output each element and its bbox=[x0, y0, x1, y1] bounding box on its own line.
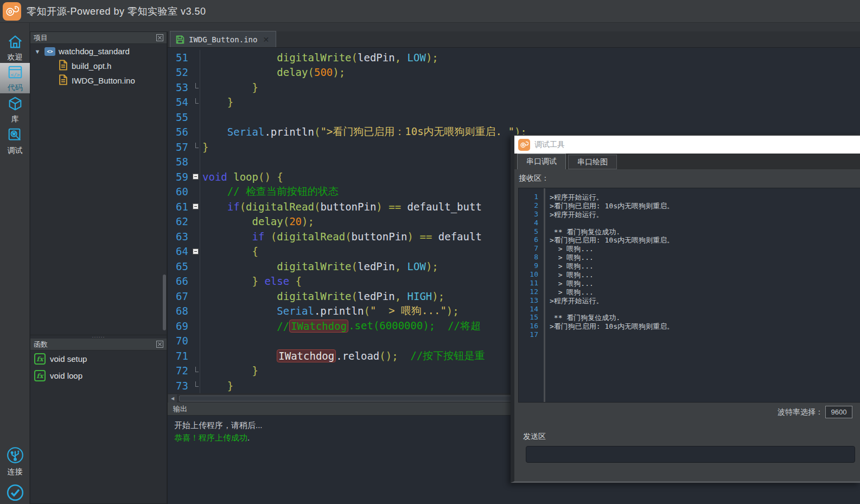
receive-line bbox=[550, 330, 860, 339]
line-number: 61 bbox=[168, 201, 192, 213]
fold-gutter bbox=[192, 65, 200, 80]
fold-gutter bbox=[192, 229, 200, 244]
sidebar-item-label: 欢迎 bbox=[8, 53, 23, 62]
sidebar-item-debug[interactable]: 调试 bbox=[0, 126, 30, 156]
editor-tab-label: IWDG_Button.ino bbox=[189, 35, 257, 44]
file-icon bbox=[59, 74, 68, 87]
fold-gutter bbox=[192, 110, 200, 125]
fold-gutter bbox=[192, 95, 200, 110]
functions-panel: ······ 函数 fx void setupfx void loop bbox=[30, 335, 167, 504]
editor-tab-iwdg-button[interactable]: IWDG_Button.ino ✕ bbox=[170, 31, 276, 47]
close-icon[interactable] bbox=[156, 34, 163, 41]
fold-gutter bbox=[192, 214, 200, 229]
sidebar-item-label: 代码 bbox=[8, 83, 23, 93]
line-number: 59 bbox=[168, 171, 192, 183]
baud-rate-select[interactable]: 9600 bbox=[825, 406, 852, 418]
debug-window-title-bar[interactable]: 调试工具 bbox=[514, 136, 860, 154]
chevron-down-icon[interactable]: ▼ bbox=[34, 48, 41, 55]
debug-tab-serial-debug[interactable]: 串口调试 bbox=[517, 154, 566, 169]
project-tree: ▼ <> watchdog_standard build_opt.h IWDG_… bbox=[30, 44, 167, 88]
debug-logo-icon bbox=[518, 139, 530, 151]
receive-line: ** 看门狗复位成功. bbox=[550, 313, 860, 322]
code-line[interactable]: 52 delay(500); bbox=[168, 65, 860, 80]
line-number: 52 bbox=[168, 66, 192, 78]
fold-gutter bbox=[192, 304, 200, 319]
code-line[interactable]: 55 bbox=[168, 110, 860, 125]
code-line[interactable]: 54 } bbox=[168, 95, 860, 110]
code-line[interactable]: 53 } bbox=[168, 80, 860, 95]
fold-gutter bbox=[192, 348, 200, 363]
code-line[interactable]: 51 digitalWrite(ledPin, LOW); bbox=[168, 50, 860, 65]
check-circle-icon bbox=[6, 483, 24, 504]
bug-magnifier-icon bbox=[7, 127, 24, 145]
output-panel-title: 输出 bbox=[173, 404, 187, 414]
usb-icon bbox=[6, 446, 24, 467]
receive-line-number: 4 bbox=[519, 219, 540, 227]
receive-line: >程序开始运行。 bbox=[550, 296, 860, 305]
receive-line: > 喂狗... bbox=[550, 253, 860, 261]
receive-line-number: 1 bbox=[519, 193, 540, 201]
tree-item-file[interactable]: build_opt.h bbox=[30, 59, 167, 73]
project-panel: 项目 ▼ <> watchdog_standard build_opt.h IW… bbox=[30, 31, 167, 336]
receive-line: >看门狗已启用: 10s内无喂狗则重启。 bbox=[550, 235, 860, 244]
app-title: 零知开源-Powered by 零知实验室 v3.50 bbox=[27, 5, 206, 18]
sidebar-item-connect[interactable]: 连接 bbox=[0, 446, 30, 476]
line-number: 67 bbox=[168, 290, 192, 302]
code-icon: </> bbox=[7, 64, 24, 82]
receive-line: > 喂狗... bbox=[550, 261, 860, 270]
tree-item-root-folder[interactable]: ▼ <> watchdog_standard bbox=[30, 44, 167, 59]
receive-line-number: 13 bbox=[519, 296, 540, 305]
function-list-item[interactable]: fx void loop bbox=[30, 367, 167, 384]
receive-line: > 喂狗... bbox=[550, 270, 860, 279]
debug-tabs: 串口调试串口绘图 bbox=[514, 154, 860, 169]
save-icon bbox=[176, 35, 184, 44]
fold-gutter bbox=[192, 378, 200, 393]
receive-line-number: 10 bbox=[519, 270, 540, 279]
receive-area[interactable]: 1234567891011121314151617 >程序开始运行。>看门狗已启… bbox=[518, 188, 860, 403]
activity-bar: 欢迎</>代码库调试连接 bbox=[0, 23, 30, 504]
tree-item-file[interactable]: IWDG_Button.ino bbox=[30, 73, 167, 88]
app-title-bar: 零知开源-Powered by 零知实验室 v3.50 bbox=[0, 0, 860, 23]
debug-tool-window: 调试工具 串口调试串口绘图 接收区： 123456789101112131415… bbox=[511, 135, 860, 483]
receive-line-number: 12 bbox=[519, 288, 540, 296]
receive-line-numbers: 1234567891011121314151617 bbox=[519, 188, 544, 402]
line-number: 64 bbox=[168, 245, 192, 257]
receive-line-number: 2 bbox=[519, 201, 540, 210]
line-number: 58 bbox=[168, 156, 192, 168]
file-icon bbox=[59, 60, 68, 72]
sidebar-item-welcome[interactable]: 欢迎 bbox=[0, 33, 30, 63]
line-number: 71 bbox=[168, 350, 192, 362]
line-number: 54 bbox=[168, 96, 192, 108]
receive-line: >程序开始运行。 bbox=[550, 210, 860, 219]
scroll-left-arrow-icon[interactable]: ◀ bbox=[168, 394, 177, 403]
line-number: 66 bbox=[168, 275, 192, 287]
line-number: 70 bbox=[168, 335, 192, 347]
fold-gutter bbox=[192, 139, 200, 155]
line-number: 57 bbox=[168, 141, 192, 153]
fold-marker-icon[interactable] bbox=[192, 169, 200, 184]
receive-line-number: 8 bbox=[519, 253, 540, 261]
sidebar-item-verify[interactable] bbox=[0, 479, 30, 504]
fold-marker-icon[interactable] bbox=[192, 199, 200, 214]
send-input[interactable] bbox=[526, 446, 855, 463]
send-area-label: 发送区 bbox=[519, 428, 546, 444]
sidebar-item-label: 库 bbox=[11, 114, 19, 124]
function-icon: fx bbox=[34, 370, 46, 381]
tree-item-label: build_opt.h bbox=[72, 61, 111, 71]
functions-panel-header: 函数 bbox=[30, 339, 167, 350]
line-number: 72 bbox=[168, 365, 192, 377]
receive-line: >看门狗已启用: 10s内无喂狗则重启。 bbox=[550, 322, 860, 330]
line-number: 62 bbox=[168, 215, 192, 227]
debug-tab-serial-plot[interactable]: 串口绘图 bbox=[568, 155, 617, 169]
project-scrollbar[interactable] bbox=[163, 275, 166, 330]
sidebar-item-code[interactable]: </>代码 bbox=[0, 63, 30, 93]
line-number: 65 bbox=[168, 260, 192, 272]
tab-close-icon[interactable]: ✕ bbox=[263, 35, 269, 44]
function-list-item[interactable]: fx void setup bbox=[30, 350, 167, 367]
close-icon[interactable] bbox=[156, 341, 163, 348]
fold-marker-icon[interactable] bbox=[192, 244, 200, 259]
receive-line: >程序开始运行。 bbox=[550, 193, 860, 201]
fold-gutter bbox=[192, 259, 200, 274]
app-logo-icon bbox=[3, 2, 21, 21]
sidebar-item-library[interactable]: 库 bbox=[0, 94, 30, 125]
